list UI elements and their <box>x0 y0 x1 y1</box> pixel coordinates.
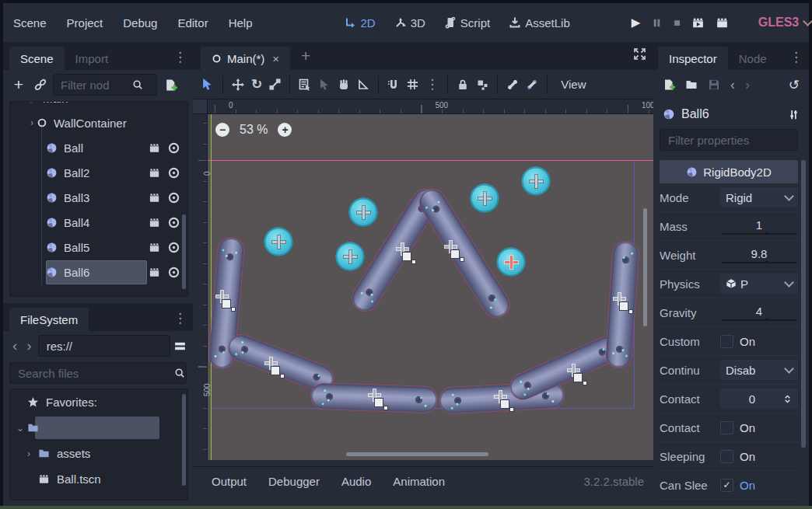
history-forward-button[interactable]: › <box>745 77 750 93</box>
panel-animation-button[interactable]: Animation <box>383 472 454 491</box>
view-menu-button[interactable]: View <box>561 78 586 91</box>
dropdown-rigid[interactable]: Rigid <box>720 187 798 207</box>
panel-audio-button[interactable]: Audio <box>332 472 380 491</box>
new-scene-tab-button[interactable]: + <box>301 47 310 65</box>
play-scene-button[interactable] <box>691 16 705 30</box>
open-scene-icon[interactable] <box>149 142 160 154</box>
category-rigidbody2d[interactable]: RigidBody2D <box>660 160 798 183</box>
tab-scene[interactable]: Scene <box>9 47 65 70</box>
play-custom-scene-button[interactable] <box>716 16 729 30</box>
number-field[interactable]: 1 <box>722 218 796 235</box>
checkbox-row[interactable]: On <box>720 450 755 463</box>
history-back-button[interactable]: ‹ <box>730 77 735 93</box>
grid-snap-toggle[interactable] <box>407 78 418 90</box>
renderer-select[interactable]: GLES3 <box>758 16 811 30</box>
visibility-eye-icon[interactable] <box>168 142 180 154</box>
workspace-2d[interactable]: 2D <box>337 13 382 33</box>
menu-help[interactable]: Help <box>219 13 263 33</box>
pan-tool[interactable] <box>338 78 350 91</box>
property-control[interactable]: Disab <box>720 360 798 380</box>
v-scrollbar[interactable] <box>643 208 647 326</box>
spinner-arrows-icon[interactable] <box>782 394 793 404</box>
new-resource-button[interactable] <box>663 78 675 91</box>
expand-arrow-icon[interactable]: ⌄ <box>16 423 27 434</box>
zoom-in-button[interactable]: + <box>278 123 292 137</box>
move-tool[interactable] <box>232 78 244 91</box>
locked-node-gizmo-icon[interactable] <box>214 290 237 313</box>
open-scene-icon[interactable] <box>149 242 160 253</box>
tab-node[interactable]: Node <box>728 47 778 70</box>
scene-dock-menu-icon[interactable]: ⋮ <box>173 51 187 64</box>
fs-item-favorites-[interactable]: Favorites: <box>10 389 187 415</box>
checkbox-row[interactable]: On <box>720 335 755 348</box>
fs-toggle-split-button[interactable] <box>173 340 187 353</box>
property-control[interactable]: P <box>720 274 798 294</box>
scene-filter-input[interactable] <box>59 78 129 92</box>
group-object-button[interactable] <box>476 78 488 91</box>
rotate-tool[interactable]: ↻ <box>251 76 262 92</box>
locked-node-gizmo-icon[interactable] <box>263 357 286 380</box>
tree-item-main[interactable]: Main <box>10 101 187 110</box>
ball-node[interactable] <box>264 228 293 256</box>
workspace-script[interactable]: Script <box>437 13 497 33</box>
inspector-filter-input[interactable] <box>667 133 812 148</box>
property-control[interactable]: On <box>720 417 798 438</box>
select-tool[interactable] <box>201 78 214 91</box>
property-control[interactable]: ✓On <box>720 475 798 495</box>
property-control[interactable]: Rigid <box>720 187 798 207</box>
ball-node-selected[interactable] <box>497 248 526 277</box>
number-field[interactable]: 9.8 <box>722 247 796 263</box>
menu-editor[interactable]: Editor <box>167 13 218 33</box>
select-pivot-tool[interactable] <box>318 78 331 91</box>
close-icon[interactable]: × <box>272 52 279 65</box>
panel-output-button[interactable]: Output <box>202 472 256 491</box>
pause-button[interactable] <box>651 17 663 29</box>
visibility-eye-icon[interactable] <box>168 167 180 179</box>
property-control[interactable]: On <box>720 331 798 351</box>
checkbox[interactable] <box>720 421 733 434</box>
panel-debugger-button[interactable]: Debugger <box>259 472 329 491</box>
open-scene-icon[interactable] <box>149 267 160 278</box>
tree-item-ball4[interactable]: Ball4 <box>10 210 187 235</box>
list-select-tool[interactable] <box>299 78 311 91</box>
object-tools-icon[interactable] <box>788 109 800 120</box>
fs-forward-button[interactable]: › <box>23 337 34 354</box>
tree-item-ball[interactable]: Ball <box>10 135 187 160</box>
menu-scene[interactable]: Scene <box>3 13 57 33</box>
ball-node[interactable] <box>336 242 365 271</box>
fs-back-button[interactable]: ‹ <box>9 337 20 354</box>
dropdown-disab[interactable]: Disab <box>720 360 798 380</box>
object-history-icon[interactable]: ↺ <box>789 77 800 93</box>
add-node-button[interactable]: + <box>9 75 28 94</box>
zoom-level[interactable]: 53 % <box>240 123 268 137</box>
load-resource-button[interactable] <box>685 78 698 91</box>
ball-node[interactable] <box>522 167 551 196</box>
checkbox[interactable] <box>720 450 733 463</box>
ik-chain-icon[interactable] <box>526 78 538 91</box>
locked-node-gizmo-icon[interactable] <box>565 364 589 387</box>
inspector-menu-icon[interactable]: ⋮ <box>789 51 803 64</box>
expand-arrow-icon[interactable]: › <box>27 448 38 459</box>
workspace-3d[interactable]: 3D <box>387 13 432 33</box>
number-field[interactable]: 4 <box>722 305 796 321</box>
save-resource-button[interactable] <box>708 78 720 91</box>
tree-item-ball6[interactable]: Ball6 <box>10 260 187 284</box>
h-scrollbar[interactable] <box>346 452 488 456</box>
menu-debug[interactable]: Debug <box>113 13 167 33</box>
expand-arrow-icon[interactable]: › <box>27 117 37 128</box>
visibility-eye-icon[interactable] <box>168 192 180 204</box>
visibility-eye-icon[interactable] <box>168 242 180 253</box>
locked-node-gizmo-icon[interactable] <box>443 240 466 263</box>
distraction-free-icon[interactable] <box>634 48 646 60</box>
locked-node-gizmo-icon[interactable] <box>394 242 418 266</box>
spin-field[interactable]: 0 <box>720 389 798 409</box>
checkbox-row[interactable]: ✓On <box>720 479 755 492</box>
tree-item-ball2[interactable]: Ball2 <box>10 160 187 185</box>
ball-node[interactable] <box>471 184 499 213</box>
tab-import[interactable]: Import <box>65 47 120 70</box>
ruler-tool[interactable] <box>357 78 369 91</box>
checkbox[interactable] <box>720 335 733 348</box>
ball-node[interactable] <box>349 198 378 227</box>
lock-object-button[interactable] <box>457 78 469 91</box>
open-scene-icon[interactable] <box>149 217 160 228</box>
